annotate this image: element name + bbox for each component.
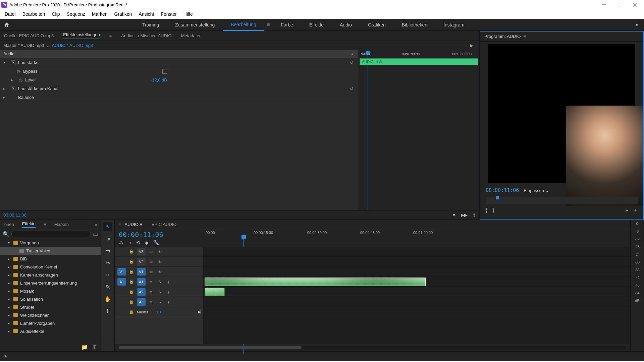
overflow-icon[interactable]: » xyxy=(625,207,628,213)
mic-icon[interactable]: 🎙 xyxy=(165,290,172,294)
tab-menu-icon[interactable]: ≡ xyxy=(109,33,112,38)
ec-ruler[interactable]: :00:00 00:01:00:00 00:02:00:00 xyxy=(358,50,479,58)
mark-out-icon[interactable]: } xyxy=(493,207,494,213)
collapse-icon[interactable]: ▴ xyxy=(351,51,354,56)
filter-icon[interactable]: ▼ xyxy=(452,213,456,218)
twisty-icon[interactable]: ▸ xyxy=(11,78,16,82)
marker-icon[interactable]: ◆ xyxy=(145,240,149,245)
panel-menu-icon[interactable]: ≡ xyxy=(523,34,526,39)
track-a2[interactable]: 🔒A2MS🎙 xyxy=(115,287,203,297)
mic-icon[interactable]: 🎙 xyxy=(165,280,172,284)
program-scrubber[interactable] xyxy=(486,197,638,204)
fx-badge-icon[interactable]: fx xyxy=(11,86,15,91)
home-button[interactable] xyxy=(0,22,13,28)
ec-bypass[interactable]: ◷ Bypass xyxy=(0,67,358,76)
lock-icon[interactable]: 🔒 xyxy=(128,310,135,314)
lock-icon[interactable]: 🔒 xyxy=(128,300,135,304)
ws-training[interactable]: Training xyxy=(134,19,167,31)
zoom-select[interactable]: Einpassen ⌄ xyxy=(524,188,549,193)
ws-effekte[interactable]: Effekte xyxy=(301,19,332,31)
track-a1[interactable]: A1🔒A1MS🎙 xyxy=(115,277,203,287)
maximize-button[interactable] xyxy=(612,0,627,9)
ec-level[interactable]: ▸ ◷ Level -12,0 dB xyxy=(0,76,358,84)
settings-icon[interactable]: 🔧 xyxy=(153,240,159,245)
trash-icon[interactable]: 🗑 xyxy=(92,344,97,350)
tab-source[interactable]: Quelle: EPIC AUDIO.mp3 xyxy=(4,33,54,38)
program-tab[interactable]: Programm: AUDIO ≡ xyxy=(480,32,643,42)
tab-effekte[interactable]: Effekte xyxy=(22,221,36,228)
timeline-content[interactable] xyxy=(203,247,630,344)
tree-node[interactable]: Trailer Voice xyxy=(0,247,101,255)
ec-clip-label[interactable]: AUDIO * AUDIO.mp3 xyxy=(52,43,93,48)
lock-icon[interactable]: 🔒 xyxy=(128,259,135,264)
tree-node[interactable]: ▸Weichzeichner xyxy=(0,311,101,319)
ec-master-label[interactable]: Master * AUDIO.mp3 xyxy=(3,43,44,48)
track-v3[interactable]: 🔒V3▭👁 xyxy=(115,247,203,257)
timeline-tab-epic[interactable]: EPIC AUDIO xyxy=(152,222,176,227)
tree-node[interactable]: ▸Lumetri-Vorgaben xyxy=(0,319,101,327)
sync-lock-icon[interactable]: ▭ xyxy=(148,269,154,274)
menu-grafiken[interactable]: Grafiken xyxy=(111,10,136,18)
tree-node[interactable]: ▸BiB xyxy=(0,255,101,263)
chevron-down-icon[interactable]: ⌄ xyxy=(46,43,50,48)
program-viewport[interactable] xyxy=(488,44,635,183)
reset-icon[interactable]: ↺ xyxy=(350,86,354,91)
menu-hilfe[interactable]: Hilfe xyxy=(180,10,196,18)
ec-section-audio[interactable]: Audio ▴ xyxy=(0,50,358,58)
tree-node[interactable]: ▸Mosaik xyxy=(0,287,101,295)
effects-tree[interactable]: ▾VorgabenTrailer Voice▸BiB▸Convolution K… xyxy=(0,239,101,343)
play-only-icon[interactable]: ▶▶ xyxy=(461,213,468,218)
ws-grafiken[interactable]: Grafiken xyxy=(360,19,394,31)
ws-overflow-icon[interactable]: » xyxy=(630,22,644,28)
audio-clip-a2[interactable] xyxy=(205,288,225,296)
level-value[interactable]: -12,0 dB xyxy=(151,77,167,82)
ripple-edit-tool[interactable]: ⇆ xyxy=(103,246,112,255)
hand-tool[interactable]: ✋ xyxy=(103,294,112,304)
tab-marken[interactable]: Marken xyxy=(54,222,69,227)
close-tab-icon[interactable]: × xyxy=(119,222,121,227)
menu-sequenz[interactable]: Sequenz xyxy=(63,10,89,18)
tree-node[interactable]: ▸Kanten abschrägen xyxy=(0,271,101,279)
tree-node[interactable]: ▸Solarisation xyxy=(0,295,101,303)
program-playhead[interactable] xyxy=(496,196,499,199)
twisty-icon[interactable]: ▸ xyxy=(3,96,8,99)
track-v2[interactable]: 🔒V2▭👁 xyxy=(115,257,203,267)
menu-clip[interactable]: Clip xyxy=(48,10,63,18)
twisty-icon[interactable]: ▾ xyxy=(3,61,8,64)
ec-mini-timeline[interactable]: :00:00 00:01:00:00 00:02:00:00 AUDIO.mp3 xyxy=(358,50,479,210)
track-select-tool[interactable]: ⇥ xyxy=(103,234,112,243)
ws-bearbeitung[interactable]: Bearbeitung xyxy=(223,19,264,31)
timeline-ruler[interactable]: :00:00 00:00:15:00 00:00:30:00 00:00:45:… xyxy=(203,229,630,247)
eye-icon[interactable]: 👁 xyxy=(156,260,163,264)
tab-effect-settings[interactable]: Effekteinstellungen xyxy=(63,32,100,39)
ec-lautstaerke-kanal[interactable]: ▸ fx Lautstärke pro Kanal ↺ xyxy=(0,84,358,93)
twisty-icon[interactable]: ▸ xyxy=(3,87,8,90)
ec-clip-bar[interactable]: AUDIO.mp3 xyxy=(360,58,478,65)
tree-node[interactable]: ▸Linsenverzerrungsentfernung xyxy=(0,279,101,287)
new-folder-icon[interactable]: 📁 xyxy=(81,344,88,350)
tree-node[interactable]: ▸Convolution Kernel xyxy=(0,263,101,271)
ec-playhead[interactable] xyxy=(368,50,368,210)
timeline-tab-audio[interactable]: AUDIO ≡ xyxy=(125,222,142,227)
audio-clip-a1[interactable] xyxy=(205,278,426,286)
lock-icon[interactable]: 🔒 xyxy=(128,280,135,284)
tree-node[interactable]: ▸Audioeffekte xyxy=(0,327,101,335)
ws-zusammenstellung[interactable]: Zusammenstellung xyxy=(167,19,223,31)
slip-tool[interactable]: ↔ xyxy=(103,270,112,280)
sync-lock-icon[interactable]: ▭ xyxy=(148,249,154,254)
mic-icon[interactable]: 🎙 xyxy=(165,300,172,304)
linked-selection-icon[interactable]: ⟲ xyxy=(136,240,140,245)
track-master[interactable]: 🔒Master0,0▶▎ xyxy=(115,307,203,317)
selection-tool[interactable]: ↖ xyxy=(103,222,112,231)
bypass-checkbox[interactable] xyxy=(162,69,167,74)
menu-marken[interactable]: Marken xyxy=(89,10,111,18)
stopwatch-icon[interactable]: ◷ xyxy=(19,77,22,82)
sync-lock-icon[interactable]: ▭ xyxy=(148,259,154,264)
play-icon[interactable]: ▶▎ xyxy=(198,310,203,314)
minimize-button[interactable] xyxy=(596,0,612,9)
export-icon[interactable]: ⇪ xyxy=(472,213,476,218)
menu-fenster[interactable]: Fenster xyxy=(157,10,180,18)
ws-audio[interactable]: Audio xyxy=(332,19,360,31)
magnet-icon[interactable]: ∩ xyxy=(128,240,131,245)
lock-icon[interactable]: 🔒 xyxy=(128,290,135,294)
